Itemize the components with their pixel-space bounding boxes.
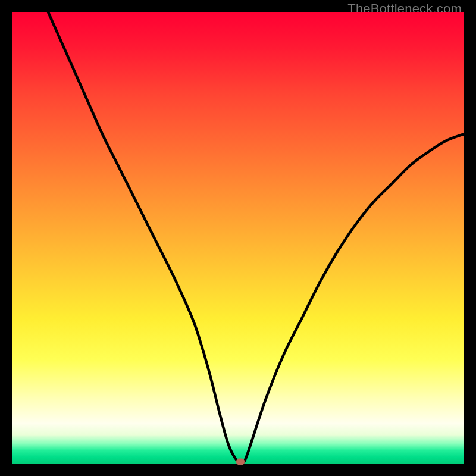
curve-svg <box>12 12 464 464</box>
min-marker <box>236 459 245 465</box>
chart-container: TheBottleneck.com <box>0 0 476 476</box>
plot-area <box>12 12 464 464</box>
bottleneck-curve <box>48 12 464 464</box>
